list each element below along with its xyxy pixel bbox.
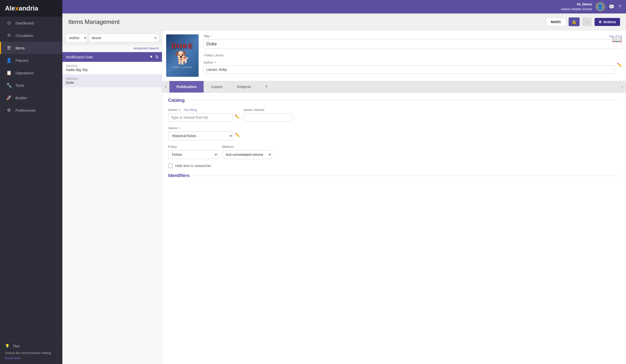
medium-group: Medium text-unmediated-volume text-media…: [222, 145, 272, 159]
search-input[interactable]: [89, 34, 159, 42]
genre-star: ✳: [178, 126, 180, 130]
sort-label: Modification Date: [66, 55, 93, 59]
marc-button[interactable]: MARC: [546, 18, 566, 26]
patrons-icon: 👤: [6, 58, 12, 63]
book-icon[interactable]: 📖: [612, 34, 622, 44]
series-input-row: ✏️: [168, 113, 240, 122]
tab-prev-arrow[interactable]: ‹: [162, 81, 169, 92]
result-title: Hattie Big Sky: [66, 68, 158, 72]
sidebar: Alexandria ⊙ Dashboard ↻ Circulation ☰ I…: [0, 0, 62, 364]
subtitle-area: / Kirby Larson: [204, 52, 622, 57]
genre-label: Genre ✳: [168, 126, 240, 130]
lock-button[interactable]: 🔒: [569, 17, 580, 26]
results-sort-header[interactable]: Modification Date ▼ ⇅: [62, 52, 162, 62]
tips-icon: 💡: [5, 344, 10, 348]
sidebar-item-dashboard[interactable]: ⊙ Dashboard: [0, 17, 62, 29]
clear-search-icon[interactable]: ✕: [154, 36, 157, 40]
list-item[interactable]: 5/9/2019 Hattie Big Sky: [62, 62, 162, 75]
policy-label: Policy: [168, 145, 218, 149]
more-button[interactable]: ⋯: [582, 17, 592, 26]
series-volume-input[interactable]: [244, 113, 293, 122]
identifiers-divider: [193, 176, 620, 176]
avatar[interactable]: 👤: [596, 2, 605, 11]
sidebar-item-builder[interactable]: 🚀 Builder: [0, 91, 62, 104]
publication-content: Catalog Series ✳ Non-filing ✏️: [162, 93, 626, 364]
sort-direction-icon[interactable]: ⇅: [155, 55, 158, 59]
book-cover: DUKE 🐕 KIRBY LARSON: [166, 34, 199, 77]
search-bar: Author Title Subject Series ISBN ✕: [62, 30, 162, 45]
series-group: Series ✳ Non-filing ✏️: [168, 108, 240, 122]
search-input-wrap: ✕: [89, 34, 159, 42]
help-icon[interactable]: ?: [618, 4, 621, 10]
tips-item[interactable]: 💡 Tips: [5, 344, 57, 348]
chat-icon[interactable]: 💬: [609, 4, 615, 10]
sidebar-bottom: 💡 Tips Unlock the record before editing.…: [0, 340, 62, 364]
advanced-search-link[interactable]: Advanced Search: [62, 45, 162, 52]
tab-copies[interactable]: Copies: [204, 81, 230, 92]
tab-subjects[interactable]: Subjects: [230, 81, 258, 92]
read-more-link[interactable]: Read More: [5, 356, 57, 360]
sidebar-item-items[interactable]: ☰ Items: [0, 42, 62, 54]
sidebar-item-label: Circulation: [15, 33, 33, 38]
genre-edit-icon[interactable]: ✏️: [235, 133, 240, 137]
author-input[interactable]: [204, 65, 615, 74]
chevron-down-icon[interactable]: ▼: [149, 55, 153, 59]
series-input[interactable]: [168, 113, 233, 122]
policy-medium-row: Policy Fiction Non-fiction Reference Med…: [168, 145, 620, 159]
result-date: 5/9/2019: [66, 77, 158, 81]
identifiers-section: Identifiers: [168, 173, 620, 178]
tab-more[interactable]: T: [258, 81, 275, 92]
user-greeting: Hi, Demo: [561, 2, 592, 7]
catalog-divider: [188, 100, 620, 100]
title-required: *: [211, 35, 212, 38]
search-filter-select[interactable]: Author Title Subject Series ISBN: [65, 33, 88, 42]
logo-highlight: x: [15, 4, 18, 12]
cover-author: KIRBY LARSON: [173, 66, 192, 69]
series-label: Series ✳ Non-filing: [168, 108, 240, 112]
medium-label: Medium: [222, 145, 272, 149]
series-row: Series ✳ Non-filing ✏️ Series Volume: [168, 108, 620, 122]
preferences-icon: ⚙: [6, 107, 12, 113]
policy-select[interactable]: Fiction Non-fiction Reference: [168, 150, 218, 159]
gear-icon: ⚙: [599, 20, 602, 24]
series-volume-group: Series Volume: [244, 108, 293, 122]
sidebar-item-preferences[interactable]: ⚙ Preferences: [0, 104, 62, 116]
subtitle-text: / Kirby Larson: [204, 53, 622, 57]
tab-next-arrow[interactable]: ›: [619, 81, 626, 92]
author-edit-icon[interactable]: ✏️: [617, 63, 622, 67]
page-title: Items Management: [68, 18, 120, 25]
sidebar-item-circulation[interactable]: ↻ Circulation: [0, 29, 62, 42]
header-actions: MARC 🔒 ⋯ ⚙ Actions: [546, 17, 620, 26]
logo-text: Alexandria: [5, 4, 38, 12]
sidebar-item-patrons[interactable]: 👤 Patrons: [0, 54, 62, 67]
sidebar-item-tools[interactable]: 🔧 Tools: [0, 79, 62, 91]
series-edit-icon[interactable]: ✏️: [235, 114, 240, 119]
identifiers-section-header: Identifiers: [168, 173, 620, 178]
genre-select[interactable]: Historical fiction Fiction Non-fiction S…: [168, 131, 233, 140]
genre-input-row: Historical fiction Fiction Non-fiction S…: [168, 131, 240, 140]
tips-label: Tips: [13, 344, 20, 348]
series-non-filing[interactable]: Non-filing: [184, 108, 197, 112]
sidebar-item-label: Preferences: [15, 108, 36, 112]
logo: Alexandria: [0, 0, 62, 17]
policy-group: Policy Fiction Non-fiction Reference: [168, 145, 218, 159]
sidebar-item-label: Dashboard: [15, 21, 34, 25]
actions-button[interactable]: ⚙ Actions: [595, 18, 620, 26]
unlock-text: Unlock the record before editing.: [5, 351, 57, 355]
sidebar-item-operations[interactable]: 📋 Operations: [0, 67, 62, 79]
page-header: Items Management MARC 🔒 ⋯ ⚙ Actions: [62, 13, 626, 30]
author-label: Author ✳: [204, 61, 615, 64]
user-info: Hi, Demo Adams Middle School: [561, 2, 592, 11]
sidebar-nav: ⊙ Dashboard ↻ Circulation ☰ Items 👤 Patr…: [0, 17, 62, 340]
series-volume-label: Series Volume: [244, 108, 293, 112]
tab-publication[interactable]: Publication: [169, 81, 204, 92]
medium-select[interactable]: text-unmediated-volume text-mediated-onl…: [222, 150, 272, 159]
title-input[interactable]: [204, 39, 622, 49]
topbar: Hi, Demo Adams Middle School 👤 💬 ?: [62, 0, 626, 13]
result-title: Duke: [66, 81, 158, 85]
hide-researcher-checkbox[interactable]: [168, 164, 173, 168]
list-item[interactable]: 5/9/2019 Duke: [62, 75, 162, 87]
tools-icon: 🔧: [6, 83, 12, 88]
sidebar-item-label: Tools: [15, 83, 24, 88]
catalog-section-header: Catalog: [168, 98, 620, 103]
